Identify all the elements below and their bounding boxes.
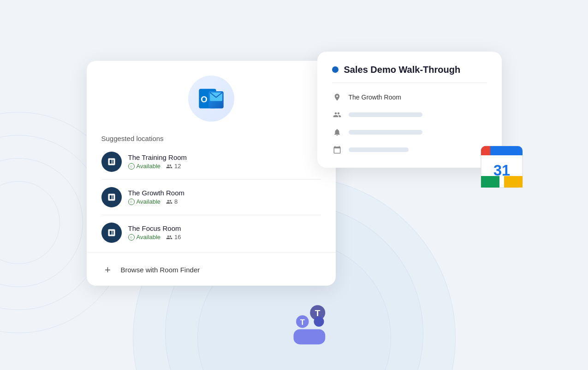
- room-available-training: ○ Available: [128, 163, 161, 170]
- svg-text:O: O: [201, 94, 208, 104]
- location-icon: [332, 92, 342, 102]
- event-people-placeholder: [349, 112, 422, 117]
- room-name-focus: The Focus Room: [128, 224, 181, 232]
- people-icon-training: [166, 163, 172, 170]
- microsoft-teams-icon: T T: [286, 300, 327, 337]
- svg-text:T: T: [300, 317, 304, 326]
- room-icon-focus: [101, 223, 122, 243]
- room-icon-growth: [101, 187, 122, 207]
- svg-text:31: 31: [493, 162, 510, 178]
- door-icon-focus: [107, 228, 116, 237]
- room-name-training: The Training Room: [128, 153, 187, 161]
- door-icon: [107, 157, 116, 166]
- room-info-focus: The Focus Room ○ Available 16: [128, 224, 181, 241]
- browse-room-finder-label: Browse with Room Finder: [121, 266, 200, 274]
- outlook-header: O: [87, 61, 336, 129]
- room-capacity-training: 12: [166, 163, 181, 170]
- room-meta-growth: ○ Available 8: [128, 198, 185, 205]
- event-location-row: The Growth Room: [332, 92, 487, 102]
- room-available-focus: ○ Available: [128, 234, 161, 241]
- event-location-value: The Growth Room: [349, 94, 401, 101]
- available-dot-focus: ○: [128, 234, 135, 241]
- room-capacity-focus: 16: [166, 234, 181, 241]
- event-details: The Growth Room: [332, 92, 487, 155]
- divider-2: [101, 215, 321, 215]
- bell-icon: [332, 127, 342, 137]
- room-available-growth: ○ Available: [128, 198, 161, 205]
- event-status-dot: [332, 66, 339, 73]
- room-meta-focus: ○ Available 16: [128, 234, 181, 241]
- people-icon: [332, 110, 342, 120]
- svg-point-21: [314, 316, 324, 326]
- room-list: The Training Room ○ Available 12: [87, 146, 336, 248]
- room-info-growth: The Growth Room ○ Available 8: [128, 189, 185, 205]
- room-meta-training: ○ Available 12: [128, 163, 187, 170]
- room-item-growth[interactable]: The Growth Room ○ Available 8: [94, 182, 328, 213]
- svg-rect-14: [484, 146, 490, 155]
- people-icon-growth: [166, 199, 172, 205]
- people-icon-focus: [166, 234, 172, 241]
- available-dot-training: ○: [128, 163, 135, 170]
- door-icon-growth: [107, 193, 116, 202]
- svg-text:T: T: [315, 308, 320, 317]
- suggested-locations-label: Suggested locations: [87, 129, 336, 146]
- event-reminder-row: [332, 127, 487, 137]
- room-item-training[interactable]: The Training Room ○ Available 12: [94, 146, 328, 177]
- event-reminder-placeholder: [349, 130, 422, 135]
- room-capacity-growth: 8: [166, 198, 178, 205]
- outlook-icon-wrapper: O: [188, 76, 234, 122]
- event-people-row: [332, 110, 487, 120]
- browse-room-finder-row[interactable]: + Browse with Room Finder: [87, 256, 336, 286]
- event-calendar-row: [332, 145, 487, 155]
- outlook-card: O Suggested locations The Training Room …: [87, 61, 336, 286]
- google-calendar-icon: 31: [479, 144, 529, 194]
- room-icon-training: [101, 152, 122, 172]
- svg-rect-20: [293, 329, 325, 344]
- calendar-icon: [332, 145, 342, 155]
- divider-1: [101, 179, 321, 180]
- outlook-icon: O: [196, 84, 226, 113]
- browse-plus-icon: +: [101, 264, 114, 276]
- room-item-focus[interactable]: The Focus Room ○ Available 16: [94, 217, 328, 248]
- divider-browse: [87, 252, 336, 253]
- event-card: Sales Demo Walk-Through The Growth Room: [317, 52, 502, 168]
- room-name-growth: The Growth Room: [128, 189, 185, 197]
- available-dot-growth: ○: [128, 199, 135, 205]
- event-calendar-placeholder: [349, 147, 409, 152]
- room-info-training: The Training Room ○ Available 12: [128, 153, 187, 170]
- event-title: Sales Demo Walk-Through: [344, 65, 461, 75]
- event-title-row: Sales Demo Walk-Through: [332, 65, 487, 83]
